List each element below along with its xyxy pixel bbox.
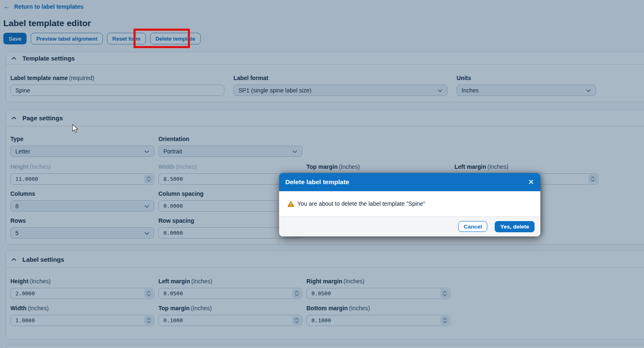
confirm-delete-button[interactable]: Yes, delete — [495, 221, 535, 232]
mouse-cursor — [71, 124, 79, 135]
modal-message: You are about to delete the label templa… — [297, 200, 425, 207]
warning-icon — [287, 201, 294, 207]
close-icon[interactable]: ✕ — [528, 178, 534, 186]
modal-footer: Cancel Yes, delete — [279, 216, 540, 236]
modal-title: Delete label template — [285, 178, 349, 186]
delete-template-modal: Delete label template ✕ You are about to… — [279, 173, 540, 236]
modal-body: You are about to delete the label templa… — [279, 191, 540, 216]
cancel-button[interactable]: Cancel — [458, 221, 487, 232]
modal-header: Delete label template ✕ — [279, 173, 540, 191]
annotation-highlight-rect — [134, 29, 190, 48]
